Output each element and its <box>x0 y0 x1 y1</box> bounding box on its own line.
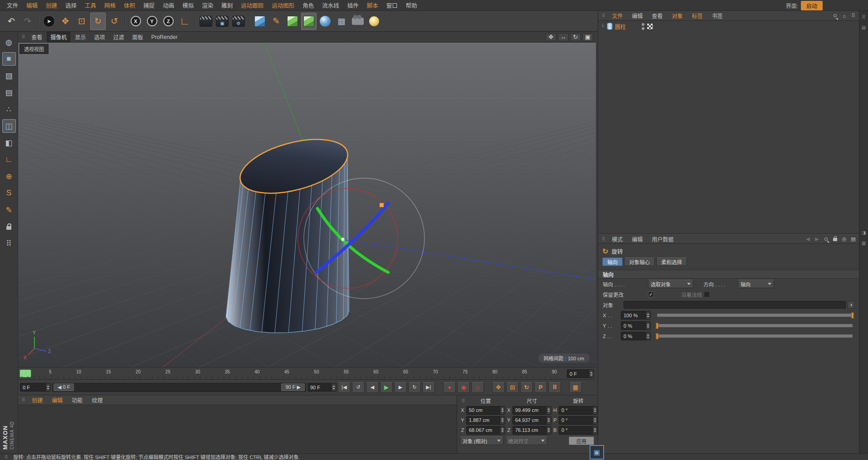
stepper[interactable] <box>592 426 597 434</box>
subdivision-icon[interactable] <box>285 13 300 30</box>
undo-icon[interactable]: ↶ <box>4 13 19 30</box>
render-settings-icon[interactable]: ⚙ <box>231 13 246 30</box>
dock-handle[interactable]: ▣ <box>590 445 604 460</box>
search-icon[interactable] <box>822 235 830 243</box>
model-mode-icon[interactable]: ■ <box>2 52 16 66</box>
play-button[interactable]: ▶ <box>380 382 393 393</box>
points-mode-icon[interactable]: ∴ <box>2 102 16 116</box>
lock-icon[interactable] <box>831 235 839 243</box>
record-objects-button[interactable]: ● <box>443 382 456 393</box>
menu-item[interactable]: 运动图形 <box>268 0 298 11</box>
stepper[interactable] <box>500 407 505 414</box>
menu-item[interactable]: 渲染 <box>198 0 217 11</box>
tweak-icon[interactable]: ⠿ <box>2 237 16 250</box>
axis-strength-field[interactable]: 0 % <box>621 332 651 340</box>
menu-item[interactable]: 脚本 <box>363 0 382 11</box>
pan-icon[interactable]: ✥ <box>546 33 556 41</box>
stepper[interactable] <box>546 416 551 424</box>
stepper[interactable] <box>645 332 650 340</box>
spline-pen-icon[interactable]: ✎ <box>268 13 284 30</box>
slider-thumb[interactable] <box>656 333 658 339</box>
autokey-button[interactable]: ◉ <box>457 382 470 393</box>
panel-grip[interactable]: ⠿ <box>460 398 465 403</box>
rotate-tool-icon[interactable]: ↻ <box>90 13 106 30</box>
snap-icon[interactable]: ⊕ <box>2 169 16 183</box>
redo-icon[interactable]: ↷ <box>20 13 35 30</box>
size-field[interactable]: 64.937 cm <box>512 416 551 425</box>
axis-strength-field[interactable]: 100 % <box>621 311 651 320</box>
position-field[interactable]: 50 cm <box>466 406 505 415</box>
viewport-menu-item[interactable]: 过滤 <box>109 32 127 42</box>
prev-key-button[interactable]: ↺ <box>352 382 365 393</box>
stepper[interactable] <box>589 370 594 378</box>
lock-x-icon[interactable]: X <box>128 13 143 30</box>
timeline-ruler[interactable]: 051015202530354045505560657075808590 0 F <box>18 367 596 380</box>
position-field[interactable]: 1.887 cm <box>466 416 505 425</box>
search-icon[interactable] <box>831 12 839 19</box>
polygons-mode-icon[interactable]: ◧ <box>2 136 16 150</box>
object-manager-menu-item[interactable]: 标签 <box>688 10 707 21</box>
attribute-manager-menu-item[interactable]: 用户数据 <box>648 234 678 244</box>
object-manager-menu-item[interactable]: 书签 <box>707 10 727 21</box>
dock-tab-icon[interactable]: ▥ <box>861 240 867 246</box>
position-field[interactable]: 68.067 cm <box>466 426 505 435</box>
frame-spinner[interactable]: 0 F <box>20 383 51 392</box>
key-rotation-button[interactable]: ↻ <box>520 382 533 393</box>
menu-item[interactable]: 插件 <box>343 0 363 11</box>
menu-item[interactable]: 工具 <box>81 0 100 11</box>
texture-mode-icon[interactable]: ▨ <box>2 69 16 82</box>
lock-z-icon[interactable]: Z <box>161 13 176 30</box>
stepper[interactable] <box>331 383 336 391</box>
stepper[interactable] <box>500 416 505 424</box>
viewport[interactable]: Y Z X 透视视图 网格间距 : 100 cm <box>18 43 596 367</box>
object-manager-menu-item[interactable]: 对象 <box>668 10 687 21</box>
gizmo-center-dot[interactable] <box>341 238 345 241</box>
object-manager-menu-item[interactable]: 编辑 <box>628 10 647 21</box>
back-icon[interactable]: ◀ <box>804 235 812 243</box>
menu-item[interactable]: 窗口 <box>382 0 402 11</box>
menu-item[interactable]: 角色 <box>298 0 318 11</box>
along-normals-checkbox[interactable] <box>704 291 710 297</box>
menu-item[interactable]: 帮助 <box>402 0 421 11</box>
object-row[interactable]: └ 圆柱 <box>598 21 859 32</box>
deformer-icon[interactable] <box>317 13 333 30</box>
preview-range-slider[interactable]: ◀ 0 F 90 F ▶ <box>52 383 306 392</box>
stepper[interactable] <box>45 383 50 391</box>
next-frame-button[interactable]: ▶ <box>394 382 407 393</box>
zoom-icon[interactable]: ↔ <box>558 33 569 41</box>
menu-item[interactable]: 创建 <box>42 0 61 11</box>
material-menu-item[interactable]: 创建 <box>28 395 47 405</box>
menu-item[interactable]: 流水线 <box>318 0 343 11</box>
viewport-menu-item[interactable]: 面板 <box>128 32 146 42</box>
generator-icon[interactable] <box>301 13 317 30</box>
attribute-tab[interactable]: 柔和选择 <box>656 257 687 266</box>
slider-thumb[interactable] <box>852 312 854 319</box>
menu-item[interactable]: 文件 <box>3 0 22 11</box>
panel-grip[interactable]: ⠿ <box>20 397 27 402</box>
viewport-canvas[interactable]: Y Z X <box>18 43 596 367</box>
menu-item[interactable]: 捕捉 <box>139 0 159 11</box>
dock-tab-icon[interactable]: ◨ <box>861 229 867 236</box>
home-icon[interactable]: ⌂ <box>840 12 848 19</box>
axis-strength-slider[interactable] <box>657 324 853 327</box>
direction-dropdown[interactable]: 轴向 <box>738 280 774 288</box>
orbit-icon[interactable]: ↻ <box>570 33 581 41</box>
stepper[interactable] <box>500 426 505 434</box>
viewport-menu-item[interactable]: 显示 <box>71 32 89 42</box>
attribute-tab[interactable]: 轴向 <box>602 257 623 266</box>
panel-grip[interactable]: ⠿ <box>600 237 607 242</box>
stepper[interactable] <box>546 426 551 434</box>
menu-item[interactable]: 模拟 <box>178 0 198 11</box>
lock-y-icon[interactable]: Y <box>144 13 160 30</box>
stepper[interactable] <box>645 322 650 329</box>
rotation-field[interactable]: 0 ° <box>559 426 598 435</box>
axis-strength-field[interactable]: 0 % <box>621 321 651 330</box>
environment-icon[interactable]: ▦ <box>334 13 349 30</box>
make-editable-icon[interactable]: ◍ <box>2 35 16 49</box>
viewport-menu-item[interactable]: 查看 <box>28 32 46 42</box>
menu-item[interactable]: 运动跟踪 <box>237 0 268 11</box>
size-mode-dropdown[interactable]: 绝对尺寸 <box>506 436 547 445</box>
key-position-button[interactable]: ✥ <box>492 382 505 393</box>
scale-tool-icon[interactable]: ⊡ <box>74 13 89 30</box>
prev-frame-button[interactable]: ◀ <box>366 382 379 393</box>
